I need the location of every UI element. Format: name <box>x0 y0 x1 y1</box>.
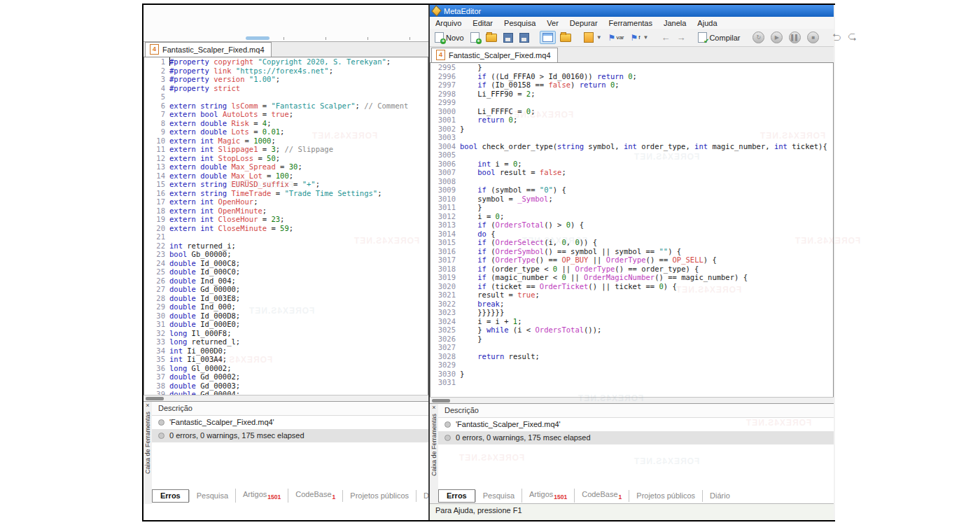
toolbox-row[interactable]: 'Fantastic_Scalper_Fixed.mq4' <box>438 418 834 431</box>
code-line[interactable]: 2997 if (Ib_00158 == false) return 0; <box>430 80 833 90</box>
code-line[interactable]: 3015 if (OrderSelect(i, 0, 0)) { <box>430 238 833 247</box>
code-line[interactable]: 3028 return result; <box>430 352 833 361</box>
code-line[interactable]: 3023 }}}}}} <box>430 308 833 317</box>
code-line[interactable]: 2999 <box>430 98 833 107</box>
code-line[interactable]: 13extern double Max_Spread = 30; <box>144 162 428 172</box>
code-line[interactable]: 3004bool check_order_type(string symbol,… <box>430 142 833 151</box>
code-line[interactable]: 2995 } <box>430 63 833 72</box>
code-line[interactable]: 27double Gd_00000; <box>144 285 428 294</box>
code-line[interactable]: 3003 <box>430 133 833 142</box>
code-line[interactable]: 3007 bool result = false; <box>430 168 833 177</box>
code-line[interactable]: 3018 if (order_type < 0 || OrderType() =… <box>430 265 833 274</box>
save-button[interactable] <box>501 31 515 44</box>
code-line[interactable]: 3020 if (ticket == OrderTicket() || tick… <box>430 282 833 291</box>
code-line[interactable]: 26double Ind_004; <box>144 276 428 286</box>
code-line[interactable]: 14extern double Max_Lot = 100; <box>144 172 428 181</box>
menu-editar[interactable]: Editar <box>467 18 498 28</box>
code-line[interactable]: 3027 <box>430 343 833 352</box>
code-line[interactable]: 6extern string lsComm = "Fantastic Scalp… <box>144 102 428 111</box>
menu-ferramentas[interactable]: Ferramentas <box>603 18 658 28</box>
code-line[interactable]: 3002} <box>430 125 833 134</box>
code-line[interactable]: 12extern int StopLoss = 50; <box>144 154 428 163</box>
code-line[interactable]: 3008 <box>430 177 833 186</box>
code-line[interactable]: 3005 <box>430 150 833 160</box>
code-line[interactable]: 3017 if (OrderType() == OP_BUY || OrderT… <box>430 255 833 265</box>
code-line[interactable]: 24double Id_000C8; <box>144 259 428 268</box>
debug-restart-button[interactable]: ↻ <box>750 30 766 45</box>
open-button[interactable] <box>484 32 499 43</box>
bottom-tab-projetos-públicos[interactable]: Projetos públicos <box>342 490 416 502</box>
code-line[interactable]: 3026 } <box>430 335 833 344</box>
code-line[interactable]: 3013 if (OrdersTotal() > 0) { <box>430 220 833 230</box>
code-line[interactable]: 22int returned_i; <box>144 241 428 251</box>
code-line[interactable]: 23bool Gb_00000; <box>144 250 428 259</box>
bottom-tab-artigos[interactable]: Artigos1501 <box>522 489 574 503</box>
code-line[interactable]: 3000 Li_FFFFC = 0; <box>430 107 833 116</box>
menu-ver[interactable]: Ver <box>541 18 564 28</box>
code-line[interactable]: 11extern int Slippage1 = 3; // Slippage <box>144 145 428 154</box>
styler-button[interactable]: ▼ <box>582 31 604 44</box>
code-line[interactable]: 2996 if ((Ld_FFFA0 > Id_00160)) return 0… <box>430 72 833 81</box>
close-icon[interactable]: × <box>146 402 149 409</box>
code-line[interactable]: 3019 if (magic_number < 0 || OrderMagicN… <box>430 273 833 282</box>
code-line[interactable]: 3011 } <box>430 203 833 212</box>
tab-fantastic-scalper-fixed[interactable]: 4 Fantastic_Scalper_Fixed.mq4 <box>145 42 272 57</box>
tab-fantastic-scalper-fixed[interactable]: 4 Fantastic_Scalper_Fixed.mq4 <box>431 48 558 62</box>
code-line[interactable]: 5 <box>144 92 428 102</box>
code-line[interactable]: 20extern int CloseMinute = 59; <box>144 224 428 233</box>
var-snippet-button[interactable]: ⚑var <box>606 32 626 43</box>
code-line[interactable]: 36long Gl_00002; <box>144 364 428 373</box>
close-icon[interactable]: × <box>432 404 435 411</box>
bottom-tab-erros[interactable]: Erros <box>152 489 189 503</box>
forward-button[interactable]: → <box>674 31 687 43</box>
code-line[interactable]: 3021 result = true; <box>430 290 833 300</box>
titlebar[interactable]: MetaEditor <box>430 5 834 17</box>
save-all-button[interactable] <box>517 31 531 44</box>
menu-ajuda[interactable]: Ajuda <box>692 18 722 28</box>
bottom-tab-diário[interactable]: Diário <box>702 490 737 502</box>
bottom-tab-pesquisa[interactable]: Pesquisa <box>189 490 235 502</box>
debug-pause-button[interactable]: ▌▌ <box>787 30 803 45</box>
code-line[interactable]: 38double Gd_00003; <box>144 382 428 391</box>
code-line[interactable]: 35int Ii_003A4; <box>144 355 428 364</box>
code-line[interactable]: 8extern double Risk = 4; <box>144 119 428 128</box>
code-line[interactable]: 18extern int OpenMinute; <box>144 206 428 216</box>
compile-button[interactable]: ✔ Compilar <box>696 31 742 44</box>
code-line[interactable]: 3009 if (symbol == "0") { <box>430 186 833 195</box>
debug-start-button[interactable]: ▶ <box>769 30 785 45</box>
scroll-pill[interactable] <box>246 36 270 40</box>
right-code-editor[interactable]: 2995 }2996 if ((Ld_FFFA0 > Id_00160)) re… <box>430 62 834 398</box>
code-line[interactable]: 3010 symbol = _Symbol; <box>430 195 833 204</box>
code-line[interactable]: 3001 return 0; <box>430 115 833 125</box>
toolbox-row[interactable]: 0 errors, 0 warnings, 175 msec elapsed <box>438 431 834 444</box>
code-line[interactable]: 1#property copyright "Copyright 2020, S.… <box>144 57 428 66</box>
bottom-tab-erros[interactable]: Erros <box>438 489 475 503</box>
menu-janela[interactable]: Janela <box>658 18 692 28</box>
back-button[interactable]: ← <box>659 31 672 43</box>
code-line[interactable]: 29double Ind_000; <box>144 302 428 312</box>
code-line[interactable]: 28double Id_003E8; <box>144 294 428 303</box>
new-button[interactable]: + Novo <box>433 31 466 44</box>
code-line[interactable]: 3012 i = 0; <box>430 212 833 221</box>
code-line[interactable]: 3014 do { <box>430 230 833 239</box>
function-snippet-button[interactable]: ⚑f▼ <box>629 32 651 43</box>
code-line[interactable]: 34int Ii_000D0; <box>144 346 428 356</box>
menu-pesquisa[interactable]: Pesquisa <box>498 18 541 28</box>
code-line[interactable]: 16extern string TimeTrade = "Trade Time … <box>144 189 428 198</box>
toolbox-toggle-button[interactable] <box>558 32 573 43</box>
code-line[interactable]: 15extern string EURUSD_suffix = "+"; <box>144 180 428 189</box>
code-line[interactable]: 3029 <box>430 360 833 370</box>
bottom-tab-pesquisa[interactable]: Pesquisa <box>475 490 522 502</box>
code-line[interactable]: 2#property link "https://forex4s.net"; <box>144 66 428 76</box>
code-line[interactable]: 3022 break; <box>430 300 833 309</box>
code-line[interactable]: 3031 <box>430 378 833 387</box>
navigator-toggle-button[interactable] <box>540 31 556 44</box>
code-line[interactable]: 3006 int i = 0; <box>430 160 833 169</box>
code-line[interactable]: 3025 } while (i < OrdersTotal()); <box>430 326 833 335</box>
left-code-editor[interactable]: 1#property copyright "Copyright 2020, S.… <box>144 57 428 396</box>
code-line[interactable]: 21 <box>144 232 428 241</box>
hscroll-thumb[interactable] <box>432 399 450 402</box>
bottom-tab-codebase[interactable]: CodeBase1 <box>288 489 342 503</box>
bottom-tab-projetos-públicos[interactable]: Projetos públicos <box>629 490 702 502</box>
bottom-tab-artigos[interactable]: Artigos1501 <box>235 489 288 503</box>
